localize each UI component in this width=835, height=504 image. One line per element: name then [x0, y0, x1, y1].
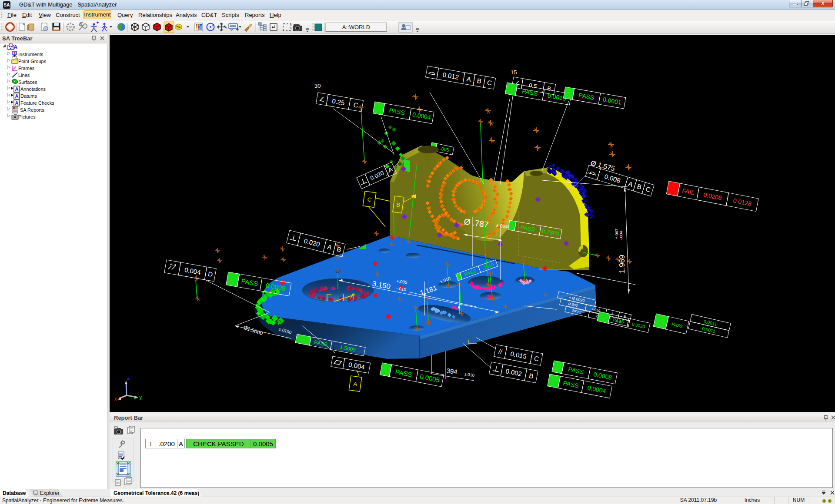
svg-text:∠: ∠ — [318, 95, 325, 103]
svg-text:C: C — [367, 196, 372, 203]
svg-text:1.969: 1.969 — [618, 255, 626, 273]
svg-text:A: A — [466, 75, 472, 83]
svg-text:0.015: 0.015 — [510, 350, 527, 360]
svg-text:A: A — [13, 44, 18, 50]
svg-text:B: B — [547, 85, 551, 92]
svg-text:394: 394 — [446, 367, 458, 375]
svg-text:A: A — [611, 312, 614, 316]
svg-text:C: C — [487, 79, 493, 87]
svg-text:Ø 1.575: Ø 1.575 — [590, 159, 615, 172]
svg-text:0.0001: 0.0001 — [602, 96, 622, 106]
svg-text:0.0128: 0.0128 — [732, 197, 752, 207]
svg-text:0.0208: 0.0208 — [703, 191, 722, 202]
svg-text:.005: .005 — [440, 146, 450, 153]
svg-text:Ø1.5000: Ø1.5000 — [243, 325, 264, 337]
svg-text:0.012: 0.012 — [442, 71, 459, 81]
svg-text:A::WORLD: A::WORLD — [342, 24, 370, 30]
svg-text:C: C — [353, 101, 359, 109]
svg-text:0.004: 0.004 — [348, 361, 365, 371]
svg-text:0.0005: 0.0005 — [419, 373, 440, 384]
svg-text:A: A — [628, 180, 634, 188]
svg-text:C: C — [645, 185, 651, 193]
svg-text:A: A — [15, 100, 19, 106]
svg-text:y: y — [139, 394, 142, 400]
svg-text:0.3030: 0.3030 — [631, 322, 646, 329]
svg-text:PASS: PASS — [240, 277, 258, 287]
svg-text:A: A — [327, 243, 333, 251]
svg-text:0.0004: 0.0004 — [587, 384, 607, 395]
svg-text:-.004: -.004 — [618, 231, 623, 240]
svg-text:0.0004: 0.0004 — [412, 111, 431, 121]
svg-text:B: B — [623, 315, 626, 319]
svg-text:Datums: Datums — [20, 93, 37, 99]
svg-text://: // — [498, 348, 503, 355]
svg-text:Instruments: Instruments — [18, 52, 43, 57]
svg-text:0.004: 0.004 — [184, 266, 201, 276]
svg-text:PASS: PASS — [578, 92, 595, 101]
svg-text:±.010: ±.010 — [464, 371, 475, 378]
svg-text:B: B — [528, 372, 534, 380]
svg-text:Annotations: Annotations — [20, 86, 46, 92]
svg-text:A: A — [353, 381, 358, 388]
svg-text:B: B — [476, 77, 482, 85]
svg-text:PASS: PASS — [395, 368, 413, 378]
svg-text:C: C — [534, 355, 540, 363]
svg-text:Pictures: Pictures — [18, 114, 36, 119]
svg-text:B: B — [636, 182, 643, 191]
svg-text:0.25: 0.25 — [331, 97, 345, 106]
svg-text:PASS: PASS — [612, 317, 625, 325]
svg-text:0.002: 0.002 — [505, 367, 522, 378]
svg-text:PASS: PASS — [568, 366, 584, 376]
svg-text:Point Groups: Point Groups — [18, 59, 47, 64]
svg-text:PASS: PASS — [671, 322, 683, 329]
svg-text:x: x — [114, 395, 117, 402]
svg-text:Frames: Frames — [18, 66, 35, 71]
svg-text:30: 30 — [314, 83, 321, 89]
svg-text:z: z — [127, 375, 130, 381]
svg-text:Feature Checks: Feature Checks — [20, 100, 54, 106]
svg-text:Surfaces: Surfaces — [18, 80, 37, 85]
svg-text:A: A — [15, 86, 19, 92]
svg-text:15: 15 — [511, 69, 517, 76]
svg-text:A: A — [387, 166, 393, 173]
svg-text:0.0008: 0.0008 — [593, 371, 612, 381]
svg-text:A: A — [15, 93, 19, 99]
svg-text:Lines: Lines — [18, 73, 30, 78]
svg-text:SA Reports: SA Reports — [20, 107, 44, 113]
svg-text:D: D — [207, 270, 214, 279]
svg-text:PASS: PASS — [563, 379, 580, 389]
svg-text:0.020: 0.020 — [303, 237, 321, 248]
svg-text:FAIL: FAIL — [681, 187, 695, 196]
svg-text:PASS: PASS — [389, 107, 406, 116]
